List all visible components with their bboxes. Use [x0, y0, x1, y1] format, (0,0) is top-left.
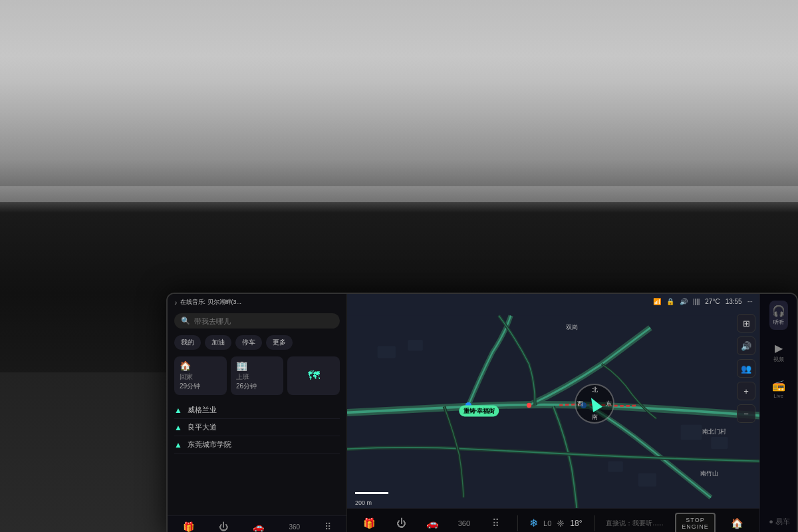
video-label: 视频 [773, 356, 784, 363]
toolbar-360-icon: 360 [458, 519, 470, 527]
music-icon: ♪ [174, 299, 178, 306]
toolbar-divider-1 [517, 515, 518, 531]
my-btn[interactable]: 我的 [174, 335, 201, 350]
left-panel: ♪ 在线音乐: 贝尔湖畔(3... 🔍 我的 加油 停车 更多 🏠 回家 29分… [168, 294, 347, 532]
park-btn[interactable]: 停车 [235, 335, 262, 350]
layers-btn[interactable]: ⊞ [737, 314, 755, 332]
home-time: 29分钟 [180, 382, 221, 391]
sidebar-video[interactable]: ▶ 视频 [771, 338, 787, 367]
toolbar-home-icon: 🏠 [731, 517, 743, 529]
svg-point-3 [527, 403, 531, 408]
engine-label: ENGINE [682, 523, 709, 530]
toolbar-gift[interactable]: 🎁 [360, 517, 380, 529]
sidebar-listen[interactable]: 🎧 听听 [769, 301, 788, 330]
voice-prompt-text: 直接说：我要听...... [606, 519, 664, 528]
gas-btn[interactable]: 加油 [205, 335, 231, 350]
infotainment-screen: ♪ 在线音乐: 贝尔湖畔(3... 🔍 我的 加油 停车 更多 🏠 回家 29分… [166, 293, 798, 532]
nav-item-1[interactable]: ▲ 良平大道 [174, 419, 340, 436]
work-time: 26分钟 [236, 382, 278, 391]
nav-item-2[interactable]: ▲ 东莞城市学院 [174, 436, 340, 454]
power-icon: ⏻ [219, 521, 228, 532]
compass-west: 西 [577, 399, 583, 408]
gift-btn[interactable]: 🎁 [179, 520, 198, 532]
map-controls: ⊞ 🔊 👥 + − [737, 314, 755, 423]
toolbar-home[interactable]: 🏠 [727, 517, 747, 529]
map-scale: 200 m [355, 492, 388, 507]
work-dest-icon: 🏢 [236, 360, 278, 371]
toolbar-gift-icon: 🎁 [363, 517, 376, 529]
map-card[interactable]: 🗺 [287, 356, 340, 395]
toolbar-apps-icon: ⠿ [492, 517, 499, 529]
svg-rect-4 [378, 346, 396, 358]
power-btn[interactable]: ⏻ [215, 520, 232, 532]
svg-rect-5 [408, 340, 423, 350]
work-dest-card[interactable]: 🏢 上班 26分钟 [231, 356, 283, 395]
headphones-icon: 🎧 [772, 305, 785, 317]
live-label: Live [773, 393, 783, 399]
ac-temp: 18° [570, 519, 582, 528]
toolbar-360[interactable]: 360 [454, 519, 474, 527]
toolbar-power-icon: ⏻ [396, 517, 406, 529]
map-svg [347, 294, 759, 532]
nav-item-0[interactable]: ▲ 威格兰业 [174, 402, 340, 419]
left-panel-bottom: 🎁 ⏻ 🚗 360 ⠿ [168, 515, 346, 532]
stop-engine-button[interactable]: STOP ENGINE [675, 513, 716, 533]
home-label: 回家 [180, 372, 221, 382]
lock-icon: 🔒 [666, 298, 674, 305]
svg-rect-6 [680, 425, 702, 440]
toolbar-apps[interactable]: ⠿ [485, 517, 505, 529]
svg-rect-7 [711, 437, 728, 449]
compass-east: 东 [606, 399, 612, 408]
right-sidebar: 🎧 听听 ▶ 视频 📻 Live [759, 294, 797, 532]
volume-ctrl-btn[interactable]: 🔊 [737, 336, 755, 355]
toolbar-car-icon: 🚗 [426, 517, 439, 529]
toolbar-divider-2 [594, 515, 595, 531]
status-bar: ♪ 在线音乐: 贝尔湖畔(3... [168, 294, 346, 311]
search-input[interactable] [194, 317, 333, 325]
nav-list: ▲ 威格兰业 ▲ 良平大道 ▲ 东莞城市学院 [168, 399, 346, 515]
gift-icon: 🎁 [183, 521, 194, 532]
radio-icon: 📻 [772, 379, 785, 392]
layers-icon: ⊞ [743, 319, 750, 329]
car-btn[interactable]: 🚗 [249, 520, 268, 532]
compass-north: 北 [592, 386, 598, 394]
more-icon[interactable]: ··· [747, 298, 753, 305]
music-text: 在线音乐: 贝尔湖畔(3... [180, 298, 242, 307]
minus-icon: − [743, 409, 749, 419]
volume-icon: 🔊 [680, 298, 688, 305]
toolbar-car[interactable]: 🚗 [422, 517, 442, 529]
car-icon: 🚗 [253, 521, 264, 532]
apps-btn[interactable]: ⠿ [321, 520, 335, 532]
people-btn[interactable]: 👥 [737, 359, 755, 378]
more-btn[interactable]: 更多 [266, 335, 293, 350]
scale-bar [355, 492, 388, 494]
map-area[interactable]: 📶 🔒 🔊 |||| 27°C 13:55 ··· 重铸·幸福街 双岗 南北门村… [347, 294, 759, 532]
360-btn[interactable]: 360 [285, 522, 304, 532]
people-icon: 👥 [741, 364, 751, 374]
watermark: ● 易车 [769, 517, 790, 527]
zoom-out-btn[interactable]: − [737, 404, 755, 423]
search-bar[interactable]: 🔍 [174, 313, 340, 329]
voice-section[interactable]: 直接说：我要听...... [606, 519, 664, 528]
compass-south: 南 [592, 413, 598, 422]
screen-bottom-toolbar: 🎁 ⏻ 🚗 360 ⠿ ❄ L0 ❈ [347, 508, 759, 532]
nav-arrow-1: ▲ [174, 423, 182, 432]
nav-name-1: 良平大道 [188, 422, 217, 432]
place-nanzhushu: 南竹山 [700, 469, 718, 478]
ac-level: L0 [543, 519, 551, 527]
nav-name-0: 威格兰业 [188, 405, 217, 415]
place-shuangang: 双岗 [566, 323, 578, 332]
svg-rect-9 [608, 461, 623, 471]
home-dest-card[interactable]: 🏠 回家 29分钟 [174, 356, 227, 395]
fan-icon: ❈ [557, 518, 565, 529]
location-tag: 重铸·幸福街 [460, 405, 499, 416]
nav-name-2: 东莞城市学院 [188, 440, 231, 450]
compass: 北 南 东 西 [575, 384, 614, 424]
zoom-in-btn[interactable]: + [737, 382, 755, 400]
home-dest-icon: 🏠 [180, 360, 221, 371]
toolbar-power[interactable]: ⏻ [391, 517, 411, 529]
temperature: 27°C [705, 298, 720, 305]
stop-label: STOP [682, 517, 709, 523]
sidebar-live[interactable]: 📻 Live [769, 375, 788, 403]
destination-cards: 🏠 回家 29分钟 🏢 上班 26分钟 🗺 [168, 352, 346, 399]
